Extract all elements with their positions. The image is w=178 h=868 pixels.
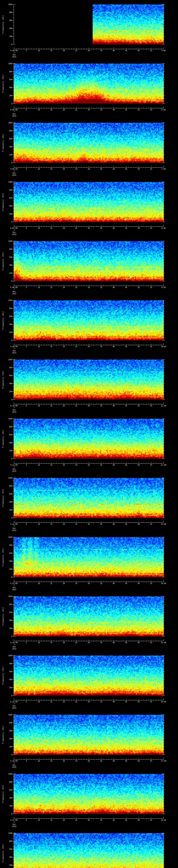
y-tick-label: 600 [6, 256, 12, 258]
spectrogram-figure: Frequency (Hz) 10008006004002000 5:04:00… [0, 0, 178, 868]
x-tick-label: 50 [138, 582, 140, 584]
x-tick-label: 30 [88, 464, 90, 466]
x-tick-label: 35 [100, 405, 102, 407]
y-tick-label: 1000 [6, 181, 12, 183]
x-tick-label: 15 [50, 109, 52, 111]
y-tick-label: 1000 [6, 595, 12, 597]
x-tick-label: 5:13:00 [10, 582, 18, 584]
y-tick-label: 800 [6, 603, 12, 606]
x-tick-label: 5:11:00 [10, 464, 18, 466]
x-tick-label: 45 [125, 642, 127, 644]
y-tick-label: 200 [6, 450, 12, 452]
y-tick-label: 0 [6, 280, 12, 282]
date-line: 2015 [12, 411, 16, 413]
spectrogram-canvas [0, 829, 178, 868]
y-tick-label: 600 [6, 730, 12, 732]
x-tick-label: 40 [113, 346, 115, 347]
date-line: 2015 [12, 826, 16, 827]
x-tick-label: 55 [150, 582, 152, 584]
x-tick-label: 10 [38, 464, 40, 466]
x-tick-label: 20 [63, 346, 65, 347]
x-tick-label: 45 [125, 405, 127, 407]
x-tick-label: 35 [100, 642, 102, 644]
x-tick-label: 40 [113, 523, 115, 525]
x-tick-label: 55 [150, 819, 152, 821]
y-tick-label: 1000 [6, 122, 12, 124]
y-tick-label: 200 [6, 272, 12, 274]
x-tick-label: 5:06:00 [10, 168, 18, 170]
y-tick-label: 0 [6, 339, 12, 341]
y-tick-label: 0 [6, 576, 12, 578]
y-axis-title: Frequency (Hz) [2, 548, 4, 566]
x-tick-label: 30 [88, 346, 90, 347]
date-line: 7 [14, 170, 15, 172]
y-axis-title: Frequency (Hz) [2, 370, 4, 389]
x-tick-label: 5:14:00 [10, 642, 18, 644]
y-axis-title: Frequency (Hz) [2, 311, 4, 330]
y-tick-label: 600 [6, 138, 12, 140]
x-tick-label: 35 [100, 109, 102, 111]
x-tick-label: 20 [63, 405, 65, 407]
y-tick-label: 600 [6, 493, 12, 495]
y-tick-label: 600 [6, 434, 12, 436]
x-tick-label: 40 [113, 701, 115, 703]
x-tick-label: 45 [125, 168, 127, 170]
x-tick-label: 30 [88, 168, 90, 170]
x-tick-label: 45 [125, 109, 127, 111]
x-tick-label: 50 [138, 523, 140, 525]
date-line: 2015 [12, 529, 16, 531]
x-tick-label: 50 [138, 760, 140, 762]
y-tick-label: 400 [6, 205, 12, 207]
spectrogram-panel-10: Frequency (Hz) 10008006004002000 5:13:00… [0, 533, 178, 592]
x-tick-label: 25 [75, 168, 77, 170]
x-tick-label: 45 [125, 701, 127, 703]
spectrogram-panel-15: Frequency (Hz) 10008006004002000 5:18:00… [0, 829, 178, 868]
y-axis-title: Frequency (Hz) [2, 844, 4, 863]
x-tick-label: 5 [26, 168, 27, 170]
x-tick-label: 55 [150, 286, 152, 288]
x-tick-label: 25 [75, 523, 77, 525]
x-tick-label: 35 [100, 760, 102, 762]
x-tick-label: 5:04:00 [10, 50, 18, 52]
x-tick-label: 50 [138, 642, 140, 644]
x-tick-label: 5:16:00 [10, 760, 18, 762]
y-tick-label: 1000 [6, 240, 12, 242]
x-tick-label: 35 [100, 701, 102, 703]
x-tick-label: 20 [63, 582, 65, 584]
x-tick-label: 5 [26, 582, 27, 584]
date-line: 7 [14, 348, 15, 350]
x-tick-label: 10 [38, 819, 40, 821]
x-tick-label: 45 [125, 760, 127, 762]
x-tick-label: 40 [113, 819, 115, 821]
spectrogram-panel-3: Frequency (Hz) 10008006004002000 5:06:00… [0, 118, 178, 178]
spectrogram-panel-5: Frequency (Hz) 10008006004002000 5:08:00… [0, 237, 178, 296]
date-line: 7 [14, 762, 15, 764]
spectrogram-panel-4: Frequency (Hz) 10008006004002000 5:07:00… [0, 178, 178, 237]
x-tick-label: 40 [113, 227, 115, 229]
x-tick-label: 15 [50, 701, 52, 703]
date-line: 2015 [12, 174, 16, 176]
x-tick-label: 40 [113, 168, 115, 170]
x-tick-label: 5 [26, 464, 27, 466]
y-tick-label: 800 [6, 248, 12, 250]
x-tick-label: 55 [150, 50, 152, 52]
x-tick-label: 45 [125, 227, 127, 229]
y-tick-label: 0 [6, 636, 12, 637]
x-tick-label: 5:12:00 [10, 523, 18, 525]
y-tick-label: 200 [6, 687, 12, 688]
y-tick-label: 600 [6, 552, 12, 554]
date-line: Dec [13, 587, 16, 589]
x-tick-label: 45 [125, 286, 127, 288]
date-line: 2015 [12, 352, 16, 354]
date-line: 2015 [12, 470, 16, 472]
x-tick-label: 7:00 [161, 168, 166, 170]
x-tick-label: 20 [63, 523, 65, 525]
y-tick-label: 800 [6, 11, 12, 13]
x-tick-label: 30 [88, 760, 90, 762]
y-tick-label: 200 [6, 805, 12, 807]
x-tick-label: 10 [38, 50, 40, 52]
x-tick-label: 30 [88, 50, 90, 52]
x-tick-label: 50 [138, 819, 140, 821]
x-tick-label: 18:00 [161, 819, 166, 821]
x-tick-label: 15 [50, 286, 52, 288]
